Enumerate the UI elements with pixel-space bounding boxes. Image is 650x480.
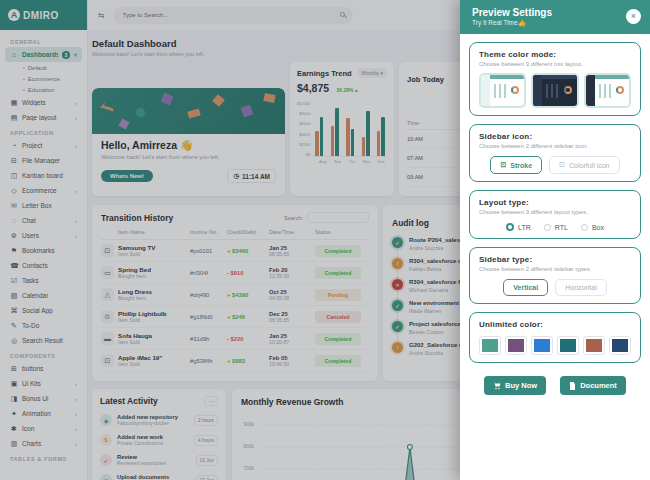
sidebar-item-search-result[interactable]: ◎Search Result [5, 333, 82, 348]
chevron-icon: › [75, 441, 77, 447]
sidebar-icon-option-stroke[interactable]: ⊡Stroke [490, 156, 542, 174]
column-header: Date/Time [269, 229, 315, 235]
sidebar-item-contacts[interactable]: ☎Contacts [5, 258, 82, 273]
job-time: 03:AM [407, 174, 449, 180]
buy-now-button[interactable]: Buy Now [484, 376, 546, 395]
earnings-title: Earnings Trend [297, 69, 352, 78]
color-swatch-3[interactable] [531, 336, 553, 355]
sidebar-item-tasks[interactable]: ☑Tasks [5, 273, 82, 288]
sidebar-item-ecommerce[interactable]: ◇Ecommerce› [5, 183, 82, 198]
invoice-no: #g5384h [190, 358, 227, 364]
sidebar-item-file-manager[interactable]: ⊟File Manager [5, 153, 82, 168]
color-swatch-1[interactable] [479, 336, 501, 355]
search-input[interactable] [123, 12, 335, 18]
ytick-label: 900k [244, 422, 254, 427]
sidebar-subitem-ecommerce[interactable]: Ecommerce [5, 73, 82, 84]
color-swatch-6[interactable] [609, 336, 631, 355]
sidebar-item-social-app[interactable]: ⌘Social App [5, 303, 82, 318]
layout-option-box[interactable]: Box [581, 223, 604, 231]
transition-search-input[interactable] [307, 212, 369, 223]
sidebar-item-letter-box[interactable]: ✉Letter Box [5, 198, 82, 213]
sidebar-item-charts[interactable]: ▥Charts› [5, 436, 82, 451]
sidebar-item-ui-kits[interactable]: ▣Ui Kits› [5, 376, 82, 391]
tasks-icon: ☑ [10, 277, 18, 285]
sidebar-item-page-layout[interactable]: ▤Page layout› [5, 110, 82, 125]
sidebar-item-chat[interactable]: ◌Chat› [5, 213, 82, 228]
app-logo[interactable]: A DMIRO [0, 0, 87, 30]
item-name: Sofa Hauga [118, 332, 190, 339]
sidebar-subitem-default[interactable]: Default [5, 62, 82, 73]
success-icon: ✓ [392, 321, 403, 332]
earnings-xlabels: AugSepOctNovDec [297, 157, 387, 164]
sidebar-item-widgets[interactable]: ▦Widgets› [5, 95, 82, 110]
table-row: ⊙Phillip LightbulbItem Sold#g189d0+ $246… [101, 306, 369, 328]
color-swatch-2[interactable] [505, 336, 527, 355]
chevron-icon: › [75, 411, 77, 417]
activity-list: ◈Added new repositoryFabpot/symfony-dock… [100, 414, 218, 480]
layout-type-section: Layout type: Choose between 3 different … [469, 190, 641, 239]
status-badge: Completed [315, 333, 361, 345]
item-type: Item Sold [118, 361, 190, 367]
greeting-title: Hello, Amirreza 👋 [101, 139, 276, 152]
layout-type-options: LTRRTLBox [479, 223, 631, 231]
transition-history-card: Transition History Search: Item NameInvo… [92, 205, 378, 381]
audit-title: Audit log [392, 218, 429, 228]
document-button[interactable]: Document [560, 376, 626, 395]
sidebar-item-icon[interactable]: ✱Icon› [5, 421, 82, 436]
latest-activity-card: Latest Activity ⋯ ◈Added new repositoryF… [92, 389, 226, 480]
sidebar-item-project[interactable]: ◔Project› [5, 138, 82, 153]
more-menu-icon[interactable]: ⋯ [204, 396, 218, 406]
layout-option-rtl[interactable]: RTL [544, 223, 568, 231]
column-header: Status [315, 229, 369, 235]
search-icon[interactable] [340, 12, 345, 17]
bar-group [362, 106, 370, 156]
users-icon: ⊚ [10, 232, 18, 240]
sidebar-item-bonus-ui[interactable]: ◨Bonus Ui› [5, 391, 82, 406]
column-header: Invoice No. [190, 229, 227, 235]
theme-option-light[interactable] [479, 73, 526, 108]
color-swatch-4[interactable] [557, 336, 579, 355]
search-box [113, 7, 353, 24]
sidebar-item-bookmarks[interactable]: ⚑Bookmarks [5, 243, 82, 258]
theme-option-mix[interactable] [584, 73, 631, 108]
sidebar-item-label: Project [22, 142, 71, 149]
greeting-subtitle: Welcome back! Let's start from where you… [101, 154, 276, 160]
transition-table-head: Item NameInvoice No.Credit/DebitDate/Tim… [101, 229, 369, 240]
chevron-icon: › [75, 426, 77, 432]
earnings-period-dropdown[interactable]: Monthly ▾ [358, 68, 387, 78]
sidebar-item-animation[interactable]: ✦Animation› [5, 406, 82, 421]
menu-toggle-icon[interactable]: ⇆ [98, 11, 105, 20]
danger-icon: × [392, 279, 403, 290]
layout-type-title: Layout type: [479, 198, 631, 207]
sidebar-item-kanban-board[interactable]: ◫Kanban board [5, 168, 82, 183]
sidebar-item-to-do[interactable]: ✎To-Do [5, 318, 82, 333]
bar-group [315, 106, 323, 156]
warning-icon: ! [392, 342, 403, 353]
xtick-label: Sep [334, 159, 341, 164]
status-badge: Completed [315, 355, 361, 367]
sidebar-item-label: Chat [22, 217, 71, 224]
sidebar-item-buttons[interactable]: ⊞buttons [5, 361, 82, 376]
theme-option-dark[interactable] [531, 73, 578, 108]
close-icon[interactable]: × [626, 9, 641, 24]
job-time: 10:AM [407, 136, 449, 142]
sidebar-item-calendar[interactable]: ▧Calendar [5, 288, 82, 303]
chevron-icon: › [75, 396, 77, 402]
added-new-work-icon: $ [100, 434, 112, 446]
layout-option-ltr[interactable]: LTR [506, 223, 531, 231]
sidebar-item-dashboards[interactable]: ⌂Dashboards3▾ [5, 47, 82, 62]
revenue-title: Monthly Revenue Growth [241, 397, 343, 407]
amount: + $983 [227, 358, 269, 364]
activity-item-sub: Reviewed repositories [117, 460, 166, 466]
sidebar-subitem-education[interactable]: Education [5, 84, 82, 95]
sidebar-type-option-vertical[interactable]: Vertical [503, 279, 548, 296]
sidebar-icon-option-colorfull-icon[interactable]: ⊡Colorfull icon [549, 156, 619, 174]
whats-new-button[interactable]: Whats New! [101, 170, 153, 182]
activity-time-chip: 10 Jun [196, 455, 218, 466]
sidebar-icon-title: Sidebar icon: [479, 132, 631, 141]
color-swatch-5[interactable] [583, 336, 605, 355]
ecommerce-icon: ◇ [10, 187, 18, 195]
sidebar-type-option-horizontal[interactable]: Horizontal [555, 279, 607, 296]
sidebar-item-users[interactable]: ⊚Users› [5, 228, 82, 243]
chevron-icon: › [75, 381, 77, 387]
